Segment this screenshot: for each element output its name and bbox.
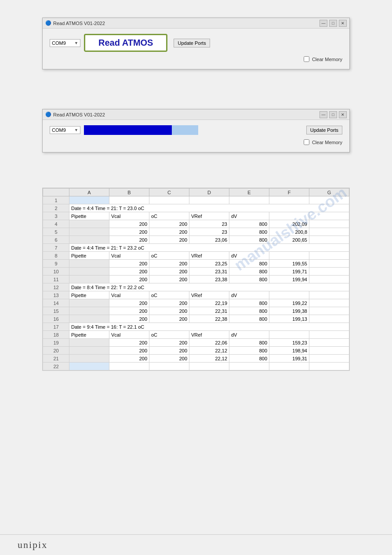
data-cell[interactable]: 200	[149, 299, 189, 307]
data-cell[interactable]: 200	[109, 260, 149, 268]
data-cell[interactable]: 800	[229, 276, 269, 283]
data-cell[interactable]: 199,55	[269, 260, 309, 268]
data-cell[interactable]	[69, 228, 109, 236]
data-cell[interactable]: 22,19	[189, 299, 229, 307]
data-cell[interactable]: 199,71	[269, 268, 309, 276]
data-cell[interactable]: 200	[149, 276, 189, 283]
data-cell[interactable]	[309, 315, 349, 323]
data-cell[interactable]: 200	[149, 260, 189, 268]
data-cell[interactable]: 800	[229, 315, 269, 323]
data-cell[interactable]: 159,23	[269, 339, 309, 347]
data-cell[interactable]: 23,31	[189, 268, 229, 276]
data-cell[interactable]: 200	[149, 268, 189, 276]
data-cell[interactable]	[309, 236, 349, 244]
data-cell[interactable]	[69, 268, 109, 276]
clear-memory-checkbox-1[interactable]	[304, 56, 309, 62]
data-cell[interactable]	[309, 268, 349, 276]
data-cell[interactable]: 23,25	[189, 260, 229, 268]
data-cell[interactable]: 200	[109, 339, 149, 347]
row-number: 5	[43, 228, 69, 236]
data-cell[interactable]: 200	[149, 228, 189, 236]
data-cell[interactable]	[69, 315, 109, 323]
data-cell[interactable]	[309, 228, 349, 236]
data-cell[interactable]: 800	[229, 339, 269, 347]
update-ports-btn-1[interactable]: Update Ports	[174, 39, 210, 47]
data-cell[interactable]: 23,06	[189, 236, 229, 244]
read-atmos-button[interactable]: Read ATMOS	[84, 34, 167, 52]
data-cell[interactable]: 23	[189, 220, 229, 228]
data-cell[interactable]	[309, 339, 349, 347]
data-cell[interactable]: 200	[149, 315, 189, 323]
data-cell[interactable]: 800	[229, 236, 269, 244]
data-cell[interactable]	[309, 307, 349, 315]
close-btn-2[interactable]: ✕	[339, 111, 347, 118]
data-cell[interactable]	[69, 236, 109, 244]
data-cell[interactable]: 200	[109, 268, 149, 276]
maximize-btn-2[interactable]: □	[329, 111, 337, 118]
data-cell[interactable]: 200	[109, 236, 149, 244]
data-cell[interactable]: 22,38	[189, 315, 229, 323]
data-cell[interactable]: 200	[109, 347, 149, 355]
data-cell[interactable]	[309, 347, 349, 355]
data-cell[interactable]	[69, 307, 109, 315]
data-cell[interactable]	[69, 260, 109, 268]
data-cell[interactable]: 200	[109, 228, 149, 236]
data-cell[interactable]	[69, 347, 109, 355]
data-cell[interactable]: 800	[229, 268, 269, 276]
header-cell: VRef	[189, 252, 229, 260]
data-cell[interactable]: 200,65	[269, 236, 309, 244]
data-cell[interactable]: 199,22	[269, 299, 309, 307]
data-cell[interactable]	[309, 299, 349, 307]
data-cell[interactable]: 22,31	[189, 307, 229, 315]
data-cell[interactable]	[309, 260, 349, 268]
data-cell[interactable]: 200	[109, 276, 149, 283]
com-port-select-2[interactable]: COM9 ▼	[50, 126, 80, 134]
update-ports-btn-2[interactable]: Update Ports	[306, 126, 342, 134]
data-cell[interactable]: 200	[149, 307, 189, 315]
data-cell[interactable]: 202,09	[269, 220, 309, 228]
data-cell[interactable]: 800	[229, 260, 269, 268]
data-cell[interactable]: 800	[229, 220, 269, 228]
data-cell[interactable]: 800	[229, 228, 269, 236]
data-cell[interactable]: 200	[149, 236, 189, 244]
data-cell[interactable]	[309, 220, 349, 228]
minimize-btn-2[interactable]: —	[319, 111, 327, 118]
data-cell[interactable]	[69, 339, 109, 347]
data-cell[interactable]: 200	[109, 307, 149, 315]
data-cell[interactable]: 200	[149, 355, 189, 363]
data-cell[interactable]	[69, 299, 109, 307]
data-cell[interactable]	[69, 276, 109, 283]
data-cell[interactable]: 199,94	[269, 276, 309, 283]
data-cell[interactable]: 800	[229, 347, 269, 355]
clear-memory-checkbox-2[interactable]	[304, 139, 309, 145]
data-cell[interactable]: 22,12	[189, 355, 229, 363]
data-cell[interactable]: 198,94	[269, 347, 309, 355]
data-cell[interactable]: 199,31	[269, 355, 309, 363]
data-cell[interactable]: 23	[189, 228, 229, 236]
maximize-btn-1[interactable]: □	[329, 20, 337, 27]
data-cell[interactable]: 23,38	[189, 276, 229, 283]
data-cell[interactable]: 200	[109, 299, 149, 307]
data-cell[interactable]: 800	[229, 299, 269, 307]
minimize-btn-1[interactable]: —	[319, 20, 327, 27]
data-cell[interactable]	[309, 355, 349, 363]
data-cell[interactable]: 22,12	[189, 347, 229, 355]
data-cell[interactable]: 199,13	[269, 315, 309, 323]
data-cell[interactable]: 800	[229, 307, 269, 315]
data-cell[interactable]: 200	[109, 355, 149, 363]
close-btn-1[interactable]: ✕	[339, 20, 347, 27]
row-number: 22	[43, 363, 69, 370]
com-port-select-1[interactable]: COM9 ▼	[50, 39, 80, 47]
data-cell[interactable]	[69, 355, 109, 363]
data-cell[interactable]: 200	[149, 339, 189, 347]
data-cell[interactable]: 800	[229, 355, 269, 363]
data-cell[interactable]: 199,38	[269, 307, 309, 315]
data-cell[interactable]: 200	[149, 347, 189, 355]
data-cell[interactable]: 200	[109, 220, 149, 228]
data-cell[interactable]	[309, 276, 349, 283]
data-cell[interactable]: 200,8	[269, 228, 309, 236]
data-cell[interactable]: 200	[149, 220, 189, 228]
data-cell[interactable]	[69, 220, 109, 228]
data-cell[interactable]: 200	[109, 315, 149, 323]
data-cell[interactable]: 22,06	[189, 339, 229, 347]
